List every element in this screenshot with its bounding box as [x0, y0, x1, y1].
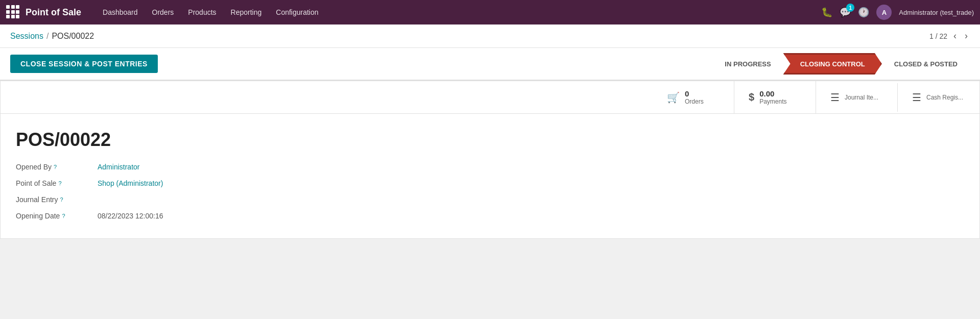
- step-closed-posted-label: CLOSED & POSTED: [894, 60, 958, 68]
- opening-date-help-icon[interactable]: ?: [62, 213, 65, 219]
- orders-icon: 🛒: [667, 91, 680, 104]
- status-steps: IN PROGRESS CLOSING CONTROL CLOSED & POS…: [712, 53, 970, 75]
- journal-entry-label: Journal Entry: [16, 195, 58, 204]
- step-in-progress[interactable]: IN PROGRESS: [712, 53, 783, 75]
- cash-register-icon: ☰: [912, 91, 921, 104]
- opened-by-value[interactable]: Administrator: [98, 163, 139, 171]
- field-journal-entry: Journal Entry ?: [16, 195, 964, 204]
- step-closing-control-label: CLOSING CONTROL: [800, 60, 865, 68]
- field-point-of-sale: Point of Sale ? Shop (Administrator): [16, 179, 964, 187]
- opened-by-help-icon[interactable]: ?: [54, 164, 57, 170]
- app-brand: Point of Sale: [26, 7, 81, 18]
- breadcrumb-bar: Sessions / POS/00022 1 / 22 ‹ ›: [0, 24, 980, 48]
- point-of-sale-value[interactable]: Shop (Administrator): [98, 179, 163, 187]
- step-in-progress-label: IN PROGRESS: [725, 60, 771, 68]
- record-pagination: 1 / 22: [929, 32, 947, 40]
- breadcrumb: Sessions / POS/00022: [10, 32, 94, 41]
- action-bar: CLOSE SESSION & POST ENTRIES IN PROGRESS…: [0, 48, 980, 81]
- nav-next-arrow[interactable]: ›: [963, 30, 970, 42]
- user-avatar[interactable]: A: [876, 5, 892, 20]
- bug-icon[interactable]: 🐛: [821, 7, 832, 18]
- content-card: 🛒 0 Orders $ 0.00 Payments ☰ Journal Ite…: [0, 81, 980, 239]
- step-closing-control[interactable]: CLOSING CONTROL: [783, 53, 882, 75]
- session-id-heading: POS/00022: [16, 129, 964, 151]
- breadcrumb-current: POS/00022: [52, 32, 94, 41]
- journal-items-label: Journal Ite...: [845, 94, 878, 101]
- field-opened-by: Opened By ? Administrator: [16, 163, 964, 171]
- clock-icon[interactable]: 🕐: [858, 7, 869, 18]
- main-content: 🛒 0 Orders $ 0.00 Payments ☰ Journal Ite…: [0, 81, 980, 239]
- menu-item-dashboard[interactable]: Dashboard: [95, 0, 145, 24]
- stat-payments[interactable]: $ 0.00 Payments: [734, 81, 816, 113]
- breadcrumb-parent[interactable]: Sessions: [10, 32, 43, 41]
- top-navigation: Point of Sale Dashboard Orders Products …: [0, 0, 980, 24]
- user-name[interactable]: Administrator (test_trade): [899, 9, 974, 16]
- payments-label: Payments: [759, 98, 786, 105]
- cash-register-label: Cash Regis...: [926, 94, 963, 101]
- stat-journal-items[interactable]: ☰ Journal Ite...: [816, 83, 898, 112]
- opened-by-label: Opened By: [16, 163, 52, 171]
- payments-icon: $: [749, 91, 754, 103]
- opening-date-label: Opening Date: [16, 212, 60, 220]
- chat-icon[interactable]: 💬 1: [840, 7, 851, 18]
- topnav-right-actions: 🐛 💬 1 🕐 A Administrator (test_trade): [821, 5, 974, 20]
- journal-entry-help-icon[interactable]: ?: [60, 197, 63, 203]
- breadcrumb-separator: /: [46, 32, 49, 41]
- main-menu: Dashboard Orders Products Reporting Conf…: [95, 0, 821, 24]
- session-detail: POS/00022 Opened By ? Administrator Poin…: [1, 114, 979, 238]
- record-navigation: 1 / 22 ‹ ›: [929, 30, 970, 42]
- opening-date-value: 08/22/2023 12:00:16: [98, 212, 163, 220]
- nav-prev-arrow[interactable]: ‹: [951, 30, 959, 42]
- step-closed-posted[interactable]: CLOSED & POSTED: [882, 53, 970, 75]
- close-session-button[interactable]: CLOSE SESSION & POST ENTRIES: [10, 55, 158, 73]
- stats-bar: 🛒 0 Orders $ 0.00 Payments ☰ Journal Ite…: [1, 81, 979, 114]
- menu-item-orders[interactable]: Orders: [145, 0, 181, 24]
- orders-label: Orders: [685, 98, 704, 105]
- menu-item-products[interactable]: Products: [181, 0, 223, 24]
- stat-orders[interactable]: 🛒 0 Orders: [653, 81, 734, 113]
- stat-cash-register[interactable]: ☰ Cash Regis...: [898, 83, 979, 112]
- app-menu-icon[interactable]: [6, 5, 20, 19]
- journal-items-icon: ☰: [830, 91, 840, 104]
- orders-value: 0: [685, 89, 704, 98]
- field-opening-date: Opening Date ? 08/22/2023 12:00:16: [16, 212, 964, 220]
- menu-item-configuration[interactable]: Configuration: [269, 0, 325, 24]
- menu-item-reporting[interactable]: Reporting: [224, 0, 269, 24]
- point-of-sale-help-icon[interactable]: ?: [58, 180, 61, 186]
- payments-value: 0.00: [759, 89, 786, 98]
- chat-badge: 1: [846, 4, 854, 12]
- point-of-sale-label: Point of Sale: [16, 179, 56, 187]
